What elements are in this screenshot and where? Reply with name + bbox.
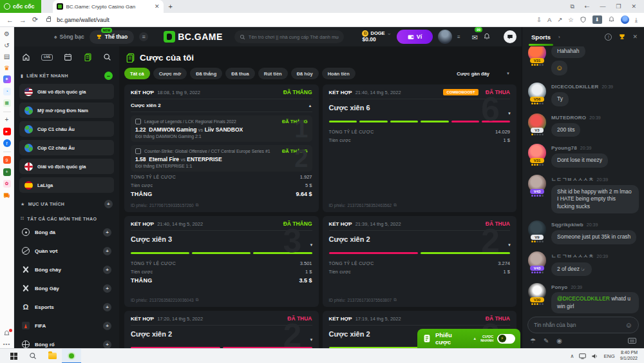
browser-tab[interactable]: BC.Game: Crypto Casino Gan ✕ [53, 0, 164, 13]
sidebar-item-esports[interactable]: ΩEsports+ [19, 300, 114, 314]
collapse-icon[interactable]: ▲ [308, 104, 312, 108]
chat-input-box[interactable]: ☺ [527, 317, 639, 333]
sidebar-item-league[interactable]: Mỹ mở rộng Đơn Nam [19, 103, 114, 118]
adblock-shield-icon[interactable] [580, 16, 587, 23]
wallet-button[interactable]: Ví [397, 30, 433, 44]
filter-cashout[interactable]: Rút tiền [258, 68, 288, 79]
file-explorer-button[interactable] [43, 349, 62, 363]
save-page-icon[interactable]: ⇩ [536, 16, 542, 23]
sort-dropdown[interactable]: Cược gần đây▼ [457, 71, 516, 77]
bet-card[interactable]: KẾT HỢP 18:08, 1 thg 9, 2022 ĐÃ THẮNG Cư… [124, 84, 319, 212]
coin-drop-icon[interactable]: ◉ [556, 337, 562, 344]
more-icon[interactable]: ••• [3, 341, 10, 347]
user-avatar[interactable] [438, 30, 452, 44]
tray-expand-icon[interactable]: ∧ [571, 353, 574, 359]
add-favorite-button[interactable]: + [104, 200, 113, 208]
youtube-icon[interactable]: ▸ [3, 128, 11, 135]
url-text[interactable]: bc.game/wallet/vault [57, 17, 109, 23]
settings-gear-icon[interactable]: ⚙ [4, 30, 10, 37]
expand-icon[interactable]: ▼ [310, 243, 314, 247]
sidebar-item-football[interactable]: Bóng đá+ [19, 225, 114, 239]
filter-open[interactable]: Cược mở [153, 68, 187, 79]
chevron-right-icon[interactable]: › [558, 34, 560, 40]
username[interactable]: Ponyo [551, 284, 567, 290]
volume-icon[interactable] [591, 353, 598, 359]
chat-tab-sports[interactable]: Sports [529, 34, 553, 41]
sidebar-item-baseball[interactable]: Bóng chày+ [19, 262, 114, 277]
expand-icon[interactable]: + [103, 266, 111, 274]
bet-card[interactable]: KẾT HỢP 21:40, 14 thg 5, 2022 COMBOBOOST… [323, 84, 517, 212]
expand-icon[interactable]: + [103, 322, 111, 330]
username[interactable]: MUTEDRORO [551, 115, 586, 121]
maximize-button[interactable]: ❐ [616, 3, 621, 10]
restore-tab-icon[interactable]: ⇠ [585, 3, 590, 10]
expand-icon[interactable]: + [103, 303, 111, 311]
shop-app-icon[interactable]: 9 [3, 156, 11, 164]
sidebar-item-league[interactable]: Cúp C2 châu Âu [19, 140, 114, 155]
copy-icon[interactable]: ⧉ [393, 297, 397, 302]
username[interactable]: Sqgrikpkiwb [551, 222, 583, 228]
live-icon[interactable]: LIVE [41, 54, 53, 61]
user-menu-icon[interactable]: ≡ [457, 34, 460, 40]
add-shortcut-icon[interactable]: + [5, 116, 9, 123]
filter-won[interactable]: Đã thắng [190, 68, 222, 79]
mention[interactable]: @DICECOLDKILLER [557, 295, 610, 302]
expand-icon[interactable]: ▼ [507, 243, 511, 247]
my-bets-icon[interactable] [84, 53, 92, 61]
username[interactable]: DICECOLDKILLER [551, 84, 598, 90]
chat-messages[interactable]: V31 Hahahah ☺ V56 DICECOLDKI [522, 46, 644, 314]
copy-icon[interactable]: ⧉ [196, 202, 199, 208]
hamburger-icon[interactable]: ≡ [139, 32, 148, 41]
forward-button[interactable]: → [19, 16, 26, 24]
network-icon[interactable] [579, 353, 586, 359]
filter-all[interactable]: Tất cả [124, 68, 150, 79]
keyboard-icon[interactable] [628, 338, 636, 344]
sidebar-item-fifa[interactable]: FIFA+ [19, 319, 114, 333]
collapse-quick-links-button[interactable]: − [104, 72, 113, 80]
chat-toggle-button[interactable] [504, 30, 516, 43]
reader-mode-icon[interactable]: ⧉ [570, 3, 574, 10]
expand-icon[interactable]: + [103, 228, 111, 237]
tab-close-icon[interactable]: ✕ [155, 3, 160, 10]
bcgame-logo[interactable]: BC.GAME [164, 31, 223, 43]
reward-app-icon[interactable]: + [3, 168, 11, 176]
copy-icon[interactable]: ⧉ [196, 297, 199, 302]
nav-casino[interactable]: ♠ Sòng bạc [54, 34, 84, 40]
bet-card[interactable]: KẾT HỢP 17:20, 14 thg 5, 2022 ĐÃ THUA 2 … [124, 311, 319, 348]
game-search[interactable] [234, 30, 344, 43]
sidebar-item-cricket[interactable]: Bóng Gậy+ [19, 281, 114, 295]
expand-icon[interactable]: + [103, 284, 111, 293]
emoji-picker-icon[interactable]: ☺ [625, 321, 632, 329]
share-icon[interactable]: ↗ [557, 16, 562, 23]
notification-bell-icon[interactable] [608, 16, 615, 23]
expand-icon[interactable]: ▼ [507, 112, 511, 115]
reload-button[interactable]: ⟳ [32, 15, 38, 24]
translate-icon[interactable]: A [547, 16, 551, 23]
search-input[interactable] [249, 34, 339, 40]
sidebar-item-league[interactable]: Giải vô địch quốc gia [19, 84, 114, 99]
start-button[interactable] [4, 349, 23, 363]
reading-list-icon[interactable]: ▤ [4, 53, 10, 60]
bet-card[interactable]: KẾT HỢP 21:39, 14 thg 5, 2022 ĐÃ THUA 2 … [323, 216, 517, 307]
language-indicator[interactable]: ENG [603, 353, 614, 359]
cart-icon[interactable]: ⛟ [4, 192, 10, 199]
sidebar-item-tennis[interactable]: Quần vợt+ [19, 244, 114, 258]
bet-card[interactable]: KẾT HỢP 21:40, 14 thg 5, 2022 ĐÃ THẮNG 3… [124, 216, 319, 307]
filter-refund[interactable]: Hoàn tiền [322, 68, 355, 79]
messenger-icon[interactable]: ✦ [3, 75, 11, 83]
filter-lost[interactable]: Đã thua [225, 68, 255, 79]
nav-sports[interactable]: NEW Thể thao [90, 30, 134, 44]
browser-profile-avatar[interactable] [621, 15, 629, 24]
sidebar-item-league[interactable]: Cúp C1 châu Âu [19, 121, 114, 137]
betslip-button[interactable]: Phiếu cược ▲ CƯỢC NHANH [417, 329, 520, 348]
bookmark-star-icon[interactable]: ☆ [568, 16, 574, 23]
rain-tip-icon[interactable]: ☂ [530, 337, 536, 344]
minimize-button[interactable]: — [600, 3, 605, 10]
chat-input[interactable] [534, 322, 621, 328]
strip-bell-icon[interactable] [3, 330, 10, 337]
expand-icon[interactable]: + [103, 340, 111, 349]
zalo-icon[interactable]: ◔ [3, 88, 11, 95]
history-icon[interactable]: ↺ [4, 42, 9, 49]
coccoc-taskbar-button[interactable] [62, 349, 81, 363]
downloads-icon[interactable]: ⤓ [635, 16, 638, 24]
